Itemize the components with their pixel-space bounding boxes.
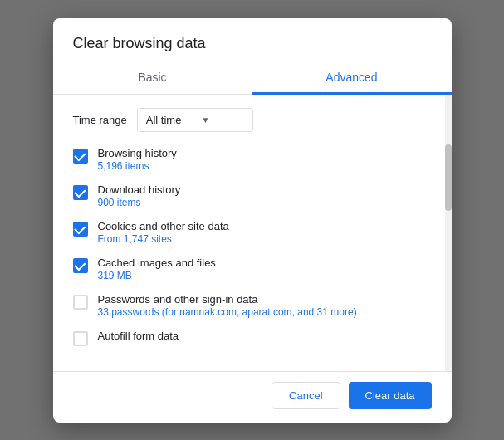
checkbox-text: Download history 900 items (98, 183, 181, 208)
scrollbar-track (445, 95, 452, 371)
checkbox-text: Browsing history 5,196 items (98, 147, 177, 172)
checkbox-label: Cached images and files (98, 257, 216, 269)
checkbox-sublabel: 319 MB (98, 270, 216, 281)
dialog-body-wrapper: Time range All time ▼ Browsing history 5… (53, 95, 452, 371)
checkbox-text: Cached images and files 319 MB (98, 257, 216, 281)
dialog-title: Clear browsing data (53, 18, 452, 52)
checkbox-sublabel: 900 items (98, 197, 181, 208)
checkbox-sublabel: 5,196 items (98, 160, 177, 172)
dialog-footer: Cancel Clear data (53, 371, 452, 423)
time-range-row: Time range All time ▼ (73, 108, 432, 132)
time-range-select[interactable]: All time ▼ (137, 108, 253, 132)
checkbox-sublabel: 33 passwords (for namnak.com, aparat.com… (98, 306, 357, 318)
checkbox-label: Cookies and other site data (98, 220, 229, 232)
checkbox-passwords[interactable] (73, 295, 88, 310)
scrollbar-thumb[interactable] (445, 144, 452, 211)
checkbox-autofill[interactable] (73, 331, 88, 346)
tab-advanced[interactable]: Advanced (252, 62, 452, 95)
checkbox-text: Cookies and other site data From 1,747 s… (98, 220, 229, 245)
clear-browsing-data-dialog: Clear browsing data Basic Advanced Time … (53, 18, 452, 423)
checkbox-label: Download history (98, 183, 181, 196)
checkbox-text: Autofill form data (98, 330, 179, 342)
checkbox-cookies[interactable] (73, 222, 88, 237)
checkbox-label: Passwords and other sign-in data (98, 293, 357, 306)
checkbox-label: Autofill form data (98, 330, 179, 342)
checkbox-text: Passwords and other sign-in data 33 pass… (98, 293, 357, 318)
clear-data-button[interactable]: Clear data (349, 382, 432, 409)
list-item: Cookies and other site data From 1,747 s… (73, 220, 432, 245)
list-item: Cached images and files 319 MB (73, 257, 432, 281)
list-item: Autofill form data (73, 330, 432, 346)
checkbox-label: Browsing history (98, 147, 177, 159)
checkbox-sublabel: From 1,747 sites (98, 233, 229, 245)
list-item: Download history 900 items (73, 183, 432, 208)
checkbox-download-history[interactable] (73, 185, 88, 200)
list-item: Passwords and other sign-in data 33 pass… (73, 293, 432, 318)
list-item: Browsing history 5,196 items (73, 147, 432, 172)
time-range-label: Time range (73, 114, 127, 126)
chevron-down-icon: ▼ (201, 115, 209, 125)
tab-basic[interactable]: Basic (53, 62, 252, 95)
time-range-value: All time (146, 114, 182, 126)
dialog-body: Time range All time ▼ Browsing history 5… (53, 95, 452, 371)
checkbox-browsing-history[interactable] (73, 149, 88, 164)
cancel-button[interactable]: Cancel (272, 382, 340, 409)
checkbox-cached-images[interactable] (73, 258, 88, 273)
tab-bar: Basic Advanced (53, 62, 452, 95)
